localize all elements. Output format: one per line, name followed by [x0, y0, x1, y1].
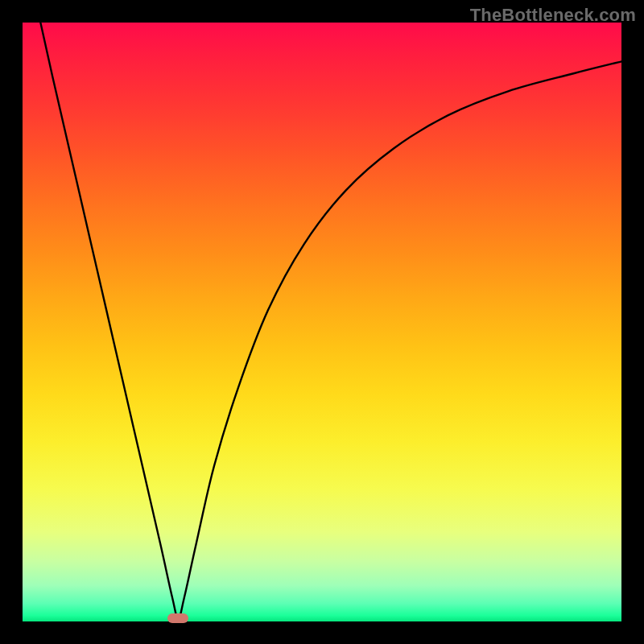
- bottleneck-curve: [40, 23, 621, 618]
- chart-container: TheBottleneck.com: [0, 0, 644, 644]
- plot-area: [23, 23, 621, 621]
- curve-svg: [23, 23, 621, 621]
- optimal-point-marker: [167, 613, 188, 623]
